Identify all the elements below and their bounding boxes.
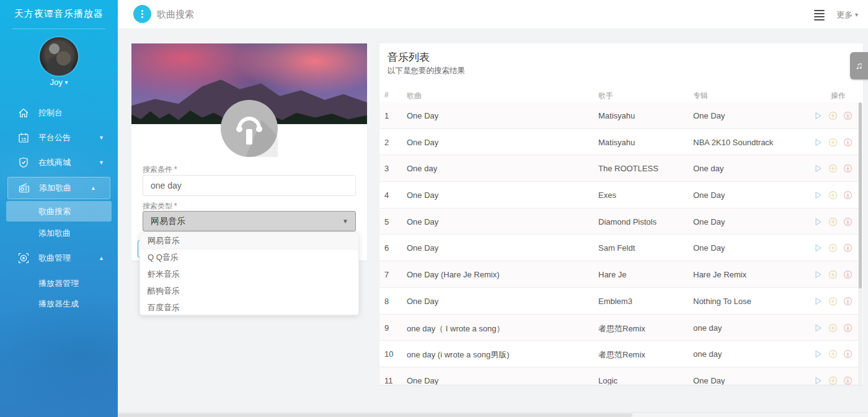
row-artist: 者思范Remix <box>598 349 645 361</box>
sidebar-item-song-search[interactable]: 歌曲搜索 <box>6 201 112 222</box>
download-icon[interactable] <box>843 164 852 173</box>
play-icon[interactable] <box>813 376 823 385</box>
add-icon[interactable] <box>828 297 838 306</box>
download-icon[interactable] <box>843 243 852 253</box>
page-title: 歌曲搜索 <box>157 9 194 20</box>
download-icon[interactable] <box>843 349 852 359</box>
row-song: One Day <box>407 138 438 147</box>
play-icon[interactable] <box>813 270 823 279</box>
play-icon[interactable] <box>813 164 823 173</box>
row-artist: 者思范Remix <box>598 323 645 334</box>
dropdown-option-netease[interactable]: 网易音乐 <box>140 233 358 249</box>
row-song: One Day <box>407 297 438 306</box>
row-actions <box>813 270 852 279</box>
download-icon[interactable] <box>843 376 852 385</box>
add-icon[interactable] <box>828 349 838 359</box>
collapse-menu-button[interactable] <box>133 5 151 23</box>
download-icon[interactable] <box>843 191 852 200</box>
sidebar-item-store[interactable]: 在线商城 ▼ <box>0 150 118 175</box>
more-dropdown[interactable]: 更多 ▾ <box>836 9 858 20</box>
add-icon[interactable] <box>828 217 838 226</box>
svg-text:15: 15 <box>21 137 26 141</box>
play-icon[interactable] <box>813 297 823 306</box>
row-index: 3 <box>384 164 389 173</box>
play-icon[interactable] <box>813 138 823 147</box>
app-title: 天方夜谭音乐播放器 <box>0 8 118 20</box>
more-label: 更多 <box>836 10 852 19</box>
row-artist: Hare Je <box>598 270 627 279</box>
required-mark: * <box>174 202 177 210</box>
submenu-item-label: 播放器管理 <box>38 278 79 289</box>
sidebar-item-console[interactable]: 控制台 <box>0 101 118 125</box>
play-icon[interactable] <box>813 349 823 359</box>
sidebar-item-label: 平台公告 <box>38 132 71 143</box>
play-icon[interactable] <box>813 191 823 200</box>
sidebar-item-add-song[interactable]: 添加歌曲 ▲ <box>7 177 110 199</box>
add-icon[interactable] <box>828 111 838 120</box>
row-artist: Logic <box>598 376 618 385</box>
dropdown-option-xiami[interactable]: 虾米音乐 <box>140 266 358 283</box>
search-type-select[interactable]: 网易音乐 ▼ <box>143 211 356 231</box>
music-list-card: 音乐列表 以下是您要的搜索结果 # 歌曲 歌手 专辑 操作 1 One Day … <box>379 43 863 385</box>
download-icon[interactable] <box>843 111 852 120</box>
sidebar-item-label: 在线商城 <box>38 157 71 168</box>
sidebar-item-add-song-child[interactable]: 添加歌曲 <box>0 223 118 243</box>
add-icon[interactable] <box>828 243 838 253</box>
search-condition-input[interactable] <box>143 175 356 196</box>
table-row: 11 One Day Logic One Day <box>379 367 858 385</box>
add-icon[interactable] <box>828 323 838 333</box>
row-artist: Matisyahu <box>598 138 635 147</box>
sidebar: 天方夜谭音乐播放器 Joy ▾ 控制台 15 平台公告 ▼ <box>0 0 118 417</box>
table-row: 3 One day The ROOTLESS One day <box>379 155 858 182</box>
download-icon[interactable] <box>843 297 852 306</box>
download-icon[interactable] <box>843 138 852 147</box>
sidebar-item-player-generation[interactable]: 播放器生成 <box>0 294 118 314</box>
play-icon[interactable] <box>813 323 823 333</box>
row-actions <box>813 217 852 226</box>
download-icon[interactable] <box>843 217 852 226</box>
row-album: One Day <box>693 217 725 226</box>
row-song: One Day <box>407 191 438 200</box>
music-note-icon: ♫ <box>856 60 863 71</box>
submenu-item-label: 歌曲搜索 <box>38 206 71 217</box>
row-index: 2 <box>384 138 389 147</box>
results-title: 音乐列表 <box>388 50 430 65</box>
user-name: Joy <box>50 78 63 87</box>
dropdown-option-qq[interactable]: Q Q音乐 <box>140 249 358 266</box>
music-note-tab[interactable]: ♫ <box>850 52 868 79</box>
row-index: 5 <box>384 217 389 226</box>
download-icon[interactable] <box>843 270 852 279</box>
row-song: One Day <box>407 243 438 253</box>
sidebar-item-label: 歌曲管理 <box>38 253 71 264</box>
user-avatar[interactable] <box>40 37 78 76</box>
table-scrollbar[interactable] <box>858 102 862 385</box>
play-icon[interactable] <box>813 111 823 120</box>
play-icon[interactable] <box>813 217 823 226</box>
sidebar-item-announcements[interactable]: 15 平台公告 ▼ <box>0 125 118 150</box>
user-menu[interactable]: Joy ▾ <box>0 78 118 87</box>
row-artist: Exes <box>598 191 616 200</box>
download-icon[interactable] <box>843 323 852 333</box>
add-icon[interactable] <box>828 164 838 173</box>
add-icon[interactable] <box>828 376 838 385</box>
sidebar-item-player-management[interactable]: 播放器管理 <box>0 273 118 294</box>
dropdown-option-baidu[interactable]: 百度音乐 <box>140 299 358 315</box>
row-song: One Day (Hare Je Remix) <box>407 270 500 279</box>
add-icon[interactable] <box>828 138 838 147</box>
row-artist: Sam Feldt <box>598 243 635 253</box>
submenu-item-label: 播放器生成 <box>38 298 79 310</box>
row-index: 11 <box>384 376 393 385</box>
sidebar-item-song-management[interactable]: 歌曲管理 ▲ <box>0 246 118 271</box>
list-icon[interactable] <box>814 10 825 20</box>
home-icon <box>17 107 30 119</box>
column-artist: 歌手 <box>598 91 613 101</box>
row-album: Nothing To Lose <box>693 297 751 306</box>
chevron-down-icon: ▾ <box>64 79 68 86</box>
horizontal-scrollbar[interactable] <box>118 412 868 417</box>
top-header: 歌曲搜索 更多 ▾ <box>118 0 868 29</box>
play-icon[interactable] <box>813 243 823 253</box>
row-song: One day <box>407 164 437 173</box>
add-icon[interactable] <box>828 191 838 200</box>
dropdown-option-kugou[interactable]: 酷狗音乐 <box>140 282 358 299</box>
add-icon[interactable] <box>828 270 838 279</box>
